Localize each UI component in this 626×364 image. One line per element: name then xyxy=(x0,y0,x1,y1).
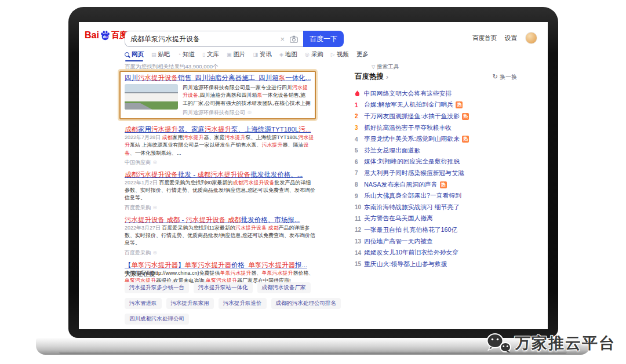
hot-rank: 9 xyxy=(355,193,364,199)
magnifier-icon xyxy=(125,52,129,57)
hot-item-text: 美方警告在乌美国人撤离 xyxy=(364,214,433,223)
result-source[interactable]: 中国供应商◎ xyxy=(125,159,316,166)
related-search-chip[interactable]: 污水提升泵家用 xyxy=(166,298,214,309)
hot-item-text: 意大利男子同时感染猴痘新冠与艾滋 xyxy=(364,169,464,177)
hot-search-item[interactable]: 4李显龙忧中美关系:感觉到山雨欲来热 xyxy=(355,133,521,145)
result-thumbnail[interactable] xyxy=(125,84,178,110)
search-tools-button[interactable]: ▽搜索工具 xyxy=(372,63,399,71)
hot-rank: 15 xyxy=(355,261,364,267)
search-result: 成都污水提升设备批发 - 成都污水提升设备批发批发价格、...2022年1月2日… xyxy=(125,170,316,211)
tab-label: 地图 xyxy=(285,50,297,59)
link-settings[interactable]: 设置 xyxy=(505,34,517,42)
tab-wenku[interactable]: ▯文库 xyxy=(202,50,219,59)
hot-rank: 4 xyxy=(355,136,364,143)
result-date: 2022年1月2日 xyxy=(125,180,159,185)
refresh-button[interactable]: ↻换一换 xyxy=(493,73,517,81)
hot-search-title[interactable]: 百度热搜 xyxy=(355,72,384,82)
search-input[interactable]: 成都单泵污水提升设备 × xyxy=(125,31,303,47)
hot-item-text: 一张最丑自拍 扎克伯格花了160亿 xyxy=(364,226,457,234)
hot-badge: 热 xyxy=(462,113,469,120)
related-search-chip[interactable]: 污水管道泵 xyxy=(125,298,162,309)
hot-badge: 热 xyxy=(440,181,447,188)
tab-zhidao[interactable]: ◔知道 xyxy=(178,50,195,59)
baidu-logo[interactable]: Bai du 百度 xyxy=(85,30,128,41)
search-button[interactable]: 百度一下 xyxy=(303,31,344,47)
snapshot-icon: ◎ xyxy=(248,109,252,116)
hot-search-item[interactable]: 3抓好抗高温热害干旱夺秋粮丰收 xyxy=(355,122,521,134)
result-title-link[interactable]: 成都家用污水提升器、家庭污水提升泵、上海统源TYT180L污... xyxy=(125,125,316,134)
tab-tieba[interactable]: ▤贴吧 xyxy=(151,50,170,59)
related-search-chip[interactable]: 污水提升泵多少钱一台 xyxy=(125,282,189,293)
result-description: 2022年1月2日 百度爱采购为您找到80家最新的成都污水提升设备批发产品的详细… xyxy=(125,179,316,202)
tab-caigou[interactable]: ◎采购 xyxy=(305,50,323,59)
laptop-screen-bezel: Bai du 百度 成都单泵污水提升设备 × xyxy=(68,7,558,338)
logo-text-du: du xyxy=(103,35,107,39)
hot-search-item[interactable]: 7意大利男子同时感染猴痘新冠与艾滋 xyxy=(355,168,521,179)
hot-search-item[interactable]: 6媒体:刘翔峰的回应完全是敷衍推脱 xyxy=(355,156,521,168)
hot-search-item[interactable]: 1台媒:解放军无人机拍到金门哨兵热 xyxy=(355,100,521,111)
related-search-chip[interactable]: 污水提升泵造价 xyxy=(219,298,267,309)
hot-rank: 1 xyxy=(355,102,364,108)
result-source[interactable]: 百度爱采购◎ xyxy=(125,204,316,211)
result-description: 2022年3月27日 百度爱采购为您找到11家最新的污水提升设备 成都产品的详细… xyxy=(125,224,316,247)
funnel-icon: ▽ xyxy=(372,64,375,70)
hot-search-item[interactable]: 13四位地产高管一天内被查 xyxy=(355,236,521,247)
hot-search-item[interactable]: 12一张最丑自拍 扎克伯格花了160亿 xyxy=(355,224,521,236)
result-title-link[interactable]: 成都污水提升设备批发 - 成都污水提升设备批发批发价格、... xyxy=(125,170,316,179)
hot-search-item[interactable]: 5芬兰女总理出面道歉 xyxy=(355,145,521,156)
chevron-right-icon: › xyxy=(386,73,388,81)
search-result: 成都家用污水提升器、家庭污水提升泵、上海统源TYT180L污...2022年7月… xyxy=(125,125,316,166)
hot-search-item[interactable]: 11美方警告在乌美国人撤离 xyxy=(355,213,521,225)
hot-search-item[interactable]: 2千万网友围观抓怪鱼:水抽干鱼没影热 xyxy=(355,111,521,122)
tab-label: 采购 xyxy=(311,50,323,59)
tab-label: 贴吧 xyxy=(158,50,170,59)
hot-rank: 14 xyxy=(355,250,364,256)
hot-item-text: 千万网友围观抓怪鱼:水抽干鱼没影 xyxy=(364,112,460,121)
hot-search-item[interactable]: 中国网络文明大会将有这些安排 xyxy=(355,88,521,100)
hot-item-text: 姥姥改女儿10年前旧衣给外孙女穿 xyxy=(364,249,458,257)
camera-icon[interactable] xyxy=(290,35,298,43)
related-search-chip[interactable]: 四川成都污水处理公司 xyxy=(125,314,189,325)
tab-map[interactable]: ◈地图 xyxy=(279,50,297,59)
tab-video[interactable]: ▷视频 xyxy=(331,50,349,59)
snapshot-icon: ◎ xyxy=(153,204,157,211)
watermark-logo: 万家推云平台 xyxy=(485,333,616,354)
map-icon: ◈ xyxy=(279,52,283,57)
hot-search-item[interactable]: 15重庆山火:领导都上山参与救援 xyxy=(355,259,521,270)
link-baidu-home[interactable]: 百度首页 xyxy=(472,34,497,42)
hot-item-text: 台媒:解放军无人机拍到金门哨兵 xyxy=(364,101,453,109)
hot-item-text: 芬兰女总理出面道歉 xyxy=(364,147,420,155)
result-title-link[interactable]: 【单泵污水提升器】单泵污水提升器价格_单泵污水提升器报... xyxy=(125,261,316,270)
result-source[interactable]: 百度爱采购◎ xyxy=(125,249,316,256)
result-title-link[interactable]: 四川污水提升设备销售_四川油脂分离器施工_四川箱泵一体化... xyxy=(125,74,311,82)
tab-label: 网页 xyxy=(132,50,144,59)
related-search-chip[interactable]: 污水提升泵站一体化 xyxy=(194,282,253,293)
user-avatar[interactable] xyxy=(525,32,537,44)
related-search-chip[interactable]: 成都的污水处理公司排名 xyxy=(271,298,341,309)
clear-icon[interactable]: × xyxy=(280,35,285,43)
video-icon: ▷ xyxy=(331,52,335,57)
related-search-chip[interactable]: 成都污水设备厂家 xyxy=(257,282,311,293)
watermark-text: 万家推云平台 xyxy=(515,333,616,354)
hot-item-text: 中国网络文明大会将有这些安排 xyxy=(364,90,452,98)
hot-rank: 2 xyxy=(355,113,364,119)
result-source[interactable]: 四川途源环保科技有限公司◎ xyxy=(183,109,311,116)
tab-image[interactable]: ▣图片 xyxy=(227,50,246,59)
hot-search-item[interactable]: 8NASA发布来自黑洞的声音热 xyxy=(355,179,521,191)
tab-news[interactable]: ◨资讯 xyxy=(253,50,272,59)
search-result: 污水提升设备 成都 - 污水提升设备 成都批发价格、市场报...2022年3月2… xyxy=(125,216,316,256)
hot-search-item[interactable]: 14姥姥改女儿10年前旧衣给外孙女穿 xyxy=(355,247,521,259)
tab-more[interactable]: 更多 xyxy=(356,50,369,59)
news-icon: ◨ xyxy=(253,52,258,57)
hot-badge: 热 xyxy=(462,136,469,143)
hot-item-text: 东南沿海特战旅实战演习 细节亮了 xyxy=(364,203,460,212)
hot-search-item[interactable]: 10东南沿海特战旅实战演习 细节亮了 xyxy=(355,202,521,213)
page-background: Bai du 百度 成都单泵污水提升设备 × xyxy=(0,0,626,364)
tab-webpage[interactable]: 网页 xyxy=(125,50,144,59)
search-bar: 成都单泵污水提升设备 × 百度一下 xyxy=(125,31,344,47)
result-description: 2022年7月28日 成都家用污水提升器、家庭污水提升泵、上海统源TYT180L… xyxy=(125,134,316,157)
hot-item-text: 乐山大佛真身全部露出?一直看得到 xyxy=(364,192,461,200)
hot-rank: 5 xyxy=(355,147,364,154)
hot-search-item[interactable]: 9乐山大佛真身全部露出?一直看得到 xyxy=(355,190,521,202)
result-title-link[interactable]: 污水提升设备 成都 - 污水提升设备 成都批发价格、市场报... xyxy=(125,216,316,224)
